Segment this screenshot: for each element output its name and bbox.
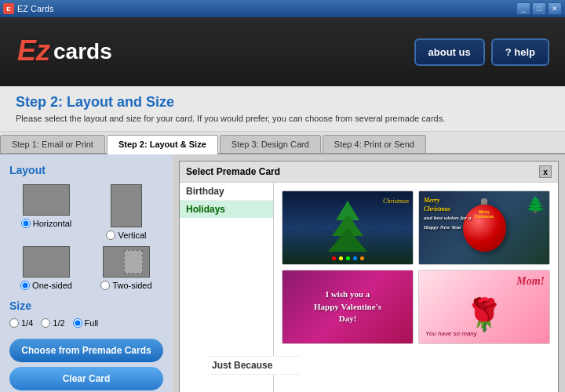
size-full: Full xyxy=(73,318,99,328)
size-options: 1/4 1/2 Full xyxy=(9,318,163,328)
layout-option-two-sided: Two-sided xyxy=(89,246,163,290)
vertical-radio-row: Vertical xyxy=(106,230,146,240)
vertical-radio[interactable] xyxy=(106,230,115,240)
tab-step1[interactable]: Step 1: Email or Print xyxy=(0,135,105,153)
page-title: Step 2: Layout and Size xyxy=(16,94,549,111)
one-sided-label: One-sided xyxy=(32,281,72,290)
main-content: Layout Horizontal Vertical xyxy=(0,154,565,392)
close-button[interactable]: ✕ xyxy=(548,2,562,15)
size-half-label: 1/2 xyxy=(53,318,64,328)
clear-card-button[interactable]: Clear Card xyxy=(9,367,163,390)
horizontal-preview xyxy=(23,184,70,216)
size-section-label: Size xyxy=(9,299,163,312)
layout-option-horizontal: Horizontal xyxy=(9,184,83,240)
cards-area: Christmas xyxy=(274,183,558,392)
logo-ez-text: Ez xyxy=(16,32,55,71)
premade-dialog-titlebar: Select Premade Card x xyxy=(180,162,558,183)
size-half: 1/2 xyxy=(41,318,64,328)
card-mom[interactable]: Mom! 🌹 You have so many xyxy=(418,270,550,344)
category-list: Birthday Holidays Just Because xyxy=(180,183,274,392)
svg-text:Ez: Ez xyxy=(17,34,51,65)
logo-cards-text: cards xyxy=(53,39,112,64)
titlebar-left: E EZ Cards xyxy=(3,3,53,14)
premade-dialog: Select Premade Card x Birthday Holidays … xyxy=(179,161,559,392)
category-holidays[interactable]: Holidays xyxy=(180,201,273,218)
premade-dialog-body: Birthday Holidays Just Because Christmas xyxy=(180,183,558,392)
premade-close-button[interactable]: x xyxy=(539,165,552,178)
layout-options: Horizontal Vertical One-sided xyxy=(9,184,163,290)
two-sided-preview xyxy=(103,246,150,278)
app-icon: E xyxy=(3,3,14,14)
titlebar-controls: _ □ ✕ xyxy=(516,2,562,15)
size-quarter: 1/4 xyxy=(9,318,33,328)
tabs-bar: Step 1: Email or Print Step 2: Layout & … xyxy=(0,132,565,154)
page-subtitle: Please select the layout and size for yo… xyxy=(16,114,549,123)
two-sided-label: Two-sided xyxy=(112,281,151,290)
choose-premade-button[interactable]: Choose from Premade Cards xyxy=(9,339,163,362)
size-full-label: Full xyxy=(85,318,99,328)
card-valentine[interactable]: I wish you a Happy Valentine's Day! xyxy=(282,270,414,344)
size-half-radio[interactable] xyxy=(41,318,50,328)
category-birthday[interactable]: Birthday xyxy=(180,183,273,201)
window-title: EZ Cards xyxy=(17,4,53,13)
premade-dialog-title: Select Premade Card xyxy=(186,166,280,177)
help-button[interactable]: ? help xyxy=(491,38,549,66)
one-sided-radio[interactable] xyxy=(20,281,30,290)
layout-option-one-sided: One-sided xyxy=(9,246,83,290)
one-sided-preview xyxy=(23,246,70,278)
cards-grid: Christmas xyxy=(277,186,555,349)
page-title-area: Step 2: Layout and Size Please select th… xyxy=(0,86,565,132)
logo: Ez cards xyxy=(16,32,112,71)
horizontal-label: Horizontal xyxy=(33,219,72,228)
two-sided-radio-row: Two-sided xyxy=(100,281,151,290)
vertical-preview xyxy=(111,184,142,227)
maximize-button[interactable]: □ xyxy=(532,2,546,15)
app-header: Ez cards about us ? help xyxy=(0,17,565,86)
left-panel: Layout Horizontal Vertical xyxy=(0,154,173,392)
category-just-because[interactable]: Just Because xyxy=(206,356,274,375)
two-sided-radio[interactable] xyxy=(100,281,110,290)
horizontal-radio[interactable] xyxy=(21,219,31,228)
vertical-label: Vertical xyxy=(118,230,146,240)
one-sided-radio-row: One-sided xyxy=(20,281,72,290)
titlebar: E EZ Cards _ □ ✕ xyxy=(0,0,565,17)
size-quarter-radio[interactable] xyxy=(9,318,19,328)
header-buttons: about us ? help xyxy=(414,38,549,66)
horizontal-radio-row: Horizontal xyxy=(21,219,72,228)
tab-step2[interactable]: Step 2: Layout & Size xyxy=(107,135,218,154)
tab-step4[interactable]: Step 4: Print or Send xyxy=(323,135,426,153)
layout-option-vertical: Vertical xyxy=(89,184,163,240)
size-full-radio[interactable] xyxy=(73,318,82,328)
tab-step3[interactable]: Step 3: Design Card xyxy=(220,135,321,153)
minimize-button[interactable]: _ xyxy=(516,2,530,15)
size-quarter-label: 1/4 xyxy=(21,318,33,328)
layout-section-label: Layout xyxy=(9,164,163,176)
right-panel: Select Premade Card x Birthday Holidays … xyxy=(173,154,565,392)
cards-grid-area[interactable]: Christmas xyxy=(274,183,558,392)
card-merry-christmas[interactable]: 🌲 MerryChristmas MerryChristmasand best … xyxy=(418,191,550,265)
about-us-button[interactable]: about us xyxy=(414,38,485,66)
card-christmas-tree[interactable]: Christmas xyxy=(282,191,414,265)
